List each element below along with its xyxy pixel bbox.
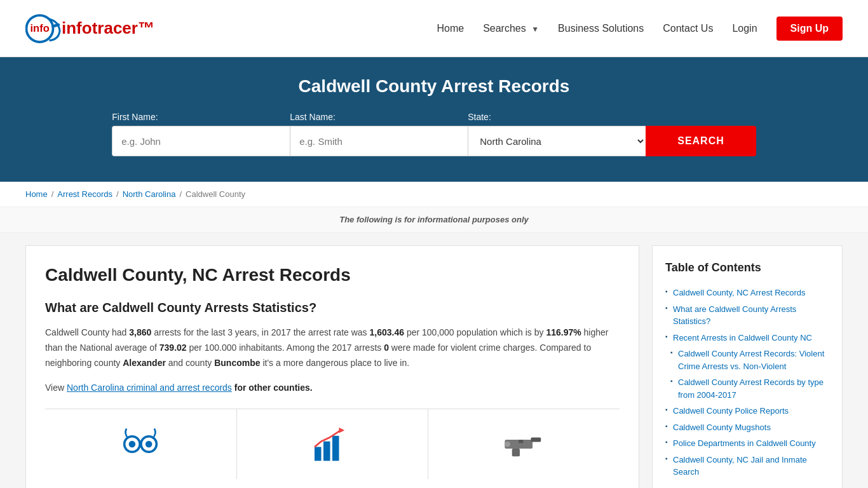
toc-link[interactable]: Caldwell County Police Reports	[673, 406, 789, 416]
navbar: info infotracer™ Home Searches ▼ Busines…	[0, 0, 868, 57]
toc-link[interactable]: Caldwell County, NC Arrest Records	[673, 288, 806, 297]
svg-point-15	[505, 442, 510, 447]
state-label: State:	[468, 112, 646, 122]
chart-icon	[310, 422, 355, 466]
first-name-label: First Name:	[112, 112, 290, 122]
logo-text: infotracer™	[62, 18, 154, 38]
toc-item: Caldwell County, NC Arrest Records	[665, 285, 829, 301]
nav-searches[interactable]: Searches ▼	[483, 23, 539, 34]
violent-count: 0	[384, 342, 389, 353]
breadcrumb-sep2: /	[116, 189, 119, 199]
toc-item: Caldwell County Mugshots	[665, 419, 829, 436]
stat-chart	[237, 409, 429, 479]
svg-point-6	[146, 441, 153, 448]
content-area: Caldwell County, NC Arrest Records What …	[25, 245, 639, 488]
breadcrumb-caldwell-county: Caldwell County	[186, 189, 245, 199]
higher-pct: 116.97%	[546, 327, 581, 337]
toc-list: Caldwell County, NC Arrest RecordsWhat a…	[665, 285, 829, 480]
toc-item: Recent Arrests in Caldwell County NC	[665, 330, 829, 346]
toc-item: What are Caldwell County Arrests Statist…	[665, 301, 829, 330]
svg-rect-16	[519, 440, 523, 443]
toc-link[interactable]: Caldwell County Arrest Records: Violent …	[678, 349, 824, 371]
breadcrumb-arrest-records[interactable]: Arrest Records	[57, 189, 112, 199]
stats-row	[45, 409, 620, 479]
arrests-count: 3,860	[129, 327, 151, 337]
info-note: The following is for informational purpo…	[0, 207, 868, 233]
toc-link[interactable]: Police Departments in Caldwell County	[673, 438, 816, 448]
first-name-input[interactable]	[112, 126, 290, 156]
svg-rect-10	[332, 436, 339, 461]
sidebar-toc: Table of Contents Caldwell County, NC Ar…	[652, 245, 843, 488]
main-heading: Caldwell County, NC Arrest Records	[45, 265, 620, 285]
hero-banner: Caldwell County Arrest Records First Nam…	[0, 57, 868, 182]
svg-marker-11	[339, 428, 345, 433]
last-name-label: Last Name:	[290, 112, 468, 122]
nav-home[interactable]: Home	[437, 23, 464, 34]
stat-gun	[428, 409, 620, 479]
login-button[interactable]: Login	[732, 23, 757, 34]
search-button[interactable]: SEARCH	[646, 126, 756, 156]
logo-icon: info	[25, 10, 64, 48]
breadcrumb-sep1: /	[51, 189, 54, 199]
gun-icon	[502, 422, 546, 466]
arrest-rate: 1,603.46	[370, 327, 405, 337]
county1: Alexander	[123, 358, 166, 368]
breadcrumb: Home / Arrest Records / North Carolina /…	[0, 182, 868, 207]
handcuffs-icon	[118, 422, 163, 466]
hero-title: Caldwell County Arrest Records	[25, 76, 843, 97]
first-name-group: First Name:	[112, 112, 290, 156]
section1-heading: What are Caldwell County Arrests Statist…	[45, 301, 620, 315]
nav-business[interactable]: Business Solutions	[558, 23, 644, 34]
national-avg: 739.02	[159, 342, 187, 353]
svg-rect-14	[512, 449, 519, 456]
toc-item: Police Departments in Caldwell County	[665, 435, 829, 452]
stat-cuffs	[45, 409, 237, 479]
view-link-paragraph: View North Carolina criminal and arrest …	[45, 381, 620, 396]
nc-criminal-records-link[interactable]: North Carolina criminal and arrest recor…	[67, 383, 232, 393]
svg-text:info: info	[31, 22, 50, 34]
chevron-down-icon: ▼	[531, 25, 539, 34]
signup-button[interactable]: Sign Up	[776, 17, 843, 41]
toc-item: Caldwell County Police Reports	[665, 403, 829, 419]
state-group: State: AlabamaAlaskaArizonaArkansasCalif…	[468, 112, 646, 156]
toc-link[interactable]: Caldwell County Arrest Records by type f…	[678, 377, 824, 400]
stats-paragraph: Caldwell County had 3,860 arrests for th…	[45, 325, 620, 370]
toc-link[interactable]: Caldwell County Mugshots	[673, 423, 771, 432]
state-select[interactable]: AlabamaAlaskaArizonaArkansasCaliforniaCo…	[468, 126, 646, 156]
logo: info infotracer™	[25, 10, 154, 48]
main-wrapper: Caldwell County, NC Arrest Records What …	[0, 233, 868, 488]
nav-contact[interactable]: Contact Us	[663, 23, 713, 34]
breadcrumb-north-carolina[interactable]: North Carolina	[123, 189, 176, 199]
svg-rect-13	[531, 438, 541, 442]
last-name-input[interactable]	[290, 126, 468, 156]
toc-link[interactable]: Recent Arrests in Caldwell County NC	[673, 333, 812, 342]
search-form: First Name: Last Name: State: AlabamaAla…	[116, 112, 752, 156]
county2: Buncombe	[214, 358, 260, 368]
toc-link[interactable]: Caldwell County, NC Jail and Inmate Sear…	[673, 455, 807, 477]
toc-item: Caldwell County, NC Jail and Inmate Sear…	[665, 452, 829, 480]
toc-heading: Table of Contents	[665, 261, 829, 274]
svg-rect-9	[323, 442, 330, 461]
toc-link[interactable]: What are Caldwell County Arrests Statist…	[673, 304, 796, 327]
toc-item: Caldwell County Arrest Records: Violent …	[665, 346, 829, 374]
nav-links: Home Searches ▼ Business Solutions Conta…	[437, 17, 843, 41]
toc-item: Caldwell County Arrest Records by type f…	[665, 374, 829, 403]
svg-point-5	[129, 441, 136, 448]
breadcrumb-home[interactable]: Home	[25, 189, 48, 199]
svg-rect-8	[315, 447, 322, 461]
breadcrumb-sep3: /	[179, 189, 182, 199]
last-name-group: Last Name:	[290, 112, 468, 156]
